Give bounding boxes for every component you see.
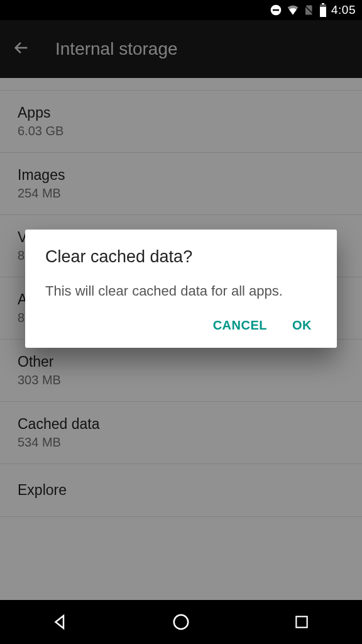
cancel-button[interactable]: CANCEL bbox=[213, 318, 267, 333]
svg-rect-9 bbox=[296, 616, 307, 627]
status-clock: 4:05 bbox=[331, 3, 356, 17]
battery-icon bbox=[319, 3, 327, 17]
svg-rect-3 bbox=[322, 3, 324, 4]
ok-button[interactable]: OK bbox=[292, 318, 312, 333]
wifi-icon bbox=[286, 4, 300, 16]
svg-rect-1 bbox=[273, 9, 279, 11]
dialog-title: Clear cached data? bbox=[45, 247, 317, 267]
clear-cache-dialog: Clear cached data? This will clear cache… bbox=[25, 230, 337, 348]
no-sim-icon bbox=[304, 4, 315, 16]
nav-home-icon[interactable] bbox=[143, 613, 219, 631]
dialog-actions: CANCEL OK bbox=[45, 318, 317, 339]
nav-back-icon[interactable] bbox=[23, 613, 98, 631]
svg-rect-5 bbox=[320, 7, 326, 17]
navigation-bar bbox=[0, 600, 362, 644]
dialog-message: This will clear cached data for all apps… bbox=[45, 282, 317, 301]
status-bar: 4:05 bbox=[0, 0, 362, 20]
do-not-disturb-icon bbox=[270, 4, 282, 16]
svg-point-8 bbox=[174, 615, 189, 630]
nav-recent-icon[interactable] bbox=[264, 614, 339, 630]
svg-marker-7 bbox=[56, 616, 64, 628]
